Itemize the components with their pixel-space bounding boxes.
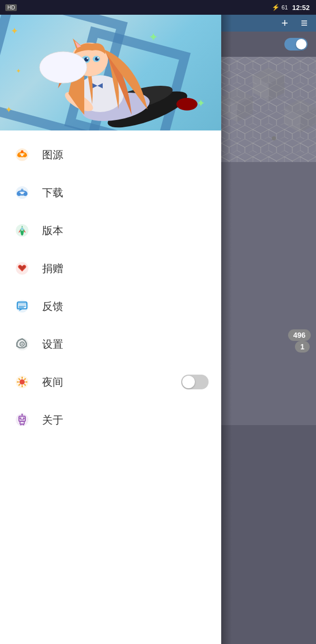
menu-item-xiazai[interactable]: 下载 [0, 174, 221, 212]
battery-icon: ⚡ [272, 4, 280, 11]
svg-point-17 [39, 52, 87, 83]
hero-image: ✦ ✦ ✦ ✦ ✦ [0, 15, 221, 130]
drawer-panel: ✦ ✦ ✦ ✦ ✦ [0, 0, 221, 644]
menu-item-banben[interactable]: 版本 [0, 212, 221, 249]
banben-icon [13, 221, 32, 240]
menu-item-juanzeng[interactable]: 捐赠 [0, 249, 221, 287]
shezhi-icon [13, 335, 32, 354]
svg-line-48 [25, 385, 25, 385]
xiazai-icon [13, 183, 32, 202]
svg-point-15 [87, 58, 88, 59]
yejian-icon [13, 373, 32, 391]
svg-point-74 [272, 136, 276, 140]
svg-line-50 [19, 385, 19, 385]
svg-point-2 [176, 98, 197, 110]
menu-item-fankui[interactable]: 反馈 [0, 287, 221, 325]
banben-label: 版本 [42, 224, 209, 238]
xiazai-label: 下载 [42, 186, 209, 200]
svg-point-53 [19, 417, 22, 419]
svg-point-26 [21, 189, 24, 192]
battery-level: 61 [282, 4, 288, 11]
juanzeng-icon [13, 259, 32, 278]
hd-badge-label: HD [5, 4, 17, 11]
svg-point-54 [23, 417, 25, 419]
svg-rect-33 [17, 303, 27, 305]
time-display: 12:52 [292, 4, 310, 12]
menu-item-guanyu[interactable]: 关于 [0, 401, 221, 439]
right-content-area: 1 496 [221, 162, 316, 425]
tuyuan-label: 图源 [42, 148, 209, 162]
svg-point-29 [21, 228, 23, 230]
svg-point-42 [19, 379, 25, 385]
menu-item-shezhi[interactable]: 设置 [0, 325, 221, 363]
svg-point-21 [21, 150, 24, 153]
tuyuan-icon [13, 145, 32, 164]
fankui-label: 反馈 [42, 299, 209, 314]
right-toggle[interactable] [284, 38, 308, 51]
status-bar: HD ⚡ 61 12:52 [0, 0, 316, 15]
status-icons: ⚡ 61 12:52 [272, 4, 310, 12]
add-button[interactable]: + [281, 16, 288, 30]
svg-rect-59 [20, 424, 22, 426]
svg-point-16 [97, 57, 99, 59]
svg-point-57 [22, 414, 23, 415]
fankui-icon [13, 297, 32, 316]
badge-count-1: 1 [295, 341, 310, 353]
guanyu-label: 关于 [42, 413, 209, 427]
menu-list: 图源 下载 [0, 130, 221, 444]
svg-point-40 [22, 344, 23, 345]
anime-character [11, 20, 221, 130]
badge-count-2: 496 [288, 329, 311, 341]
svg-rect-25 [21, 194, 24, 195]
geo-pattern-area [221, 57, 316, 162]
juanzeng-label: 捐赠 [42, 261, 209, 276]
svg-line-47 [19, 379, 19, 379]
right-panel: + ≡ [221, 0, 316, 644]
yejian-label: 夜间 [42, 375, 181, 389]
status-bar-left: HD [5, 4, 17, 11]
svg-line-49 [25, 379, 25, 379]
menu-item-tuyuan[interactable]: 图源 [0, 136, 221, 174]
menu-button[interactable]: ≡ [301, 16, 308, 30]
shezhi-label: 设置 [42, 337, 209, 351]
svg-rect-60 [23, 424, 24, 426]
guanyu-icon [13, 410, 32, 429]
right-toggle-area [221, 32, 316, 57]
yejian-toggle[interactable] [181, 375, 209, 389]
menu-item-yejian[interactable]: 夜间 [0, 363, 221, 401]
